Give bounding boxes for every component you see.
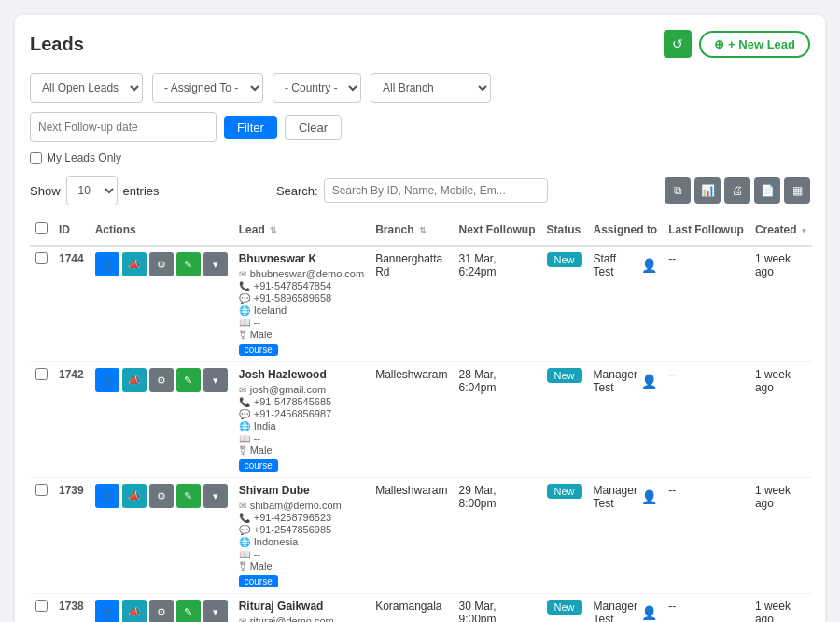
table-row: 1744 👤 📣 ⚙ ✎ ▾ Bhuvneswar K ✉bhubneswar@… xyxy=(30,246,812,362)
pdf-icon-button[interactable]: 📄 xyxy=(754,177,780,204)
columns-icon-button[interactable]: ▦ xyxy=(784,177,810,204)
filters-row-2: Filter Clear xyxy=(30,112,810,142)
filter-button[interactable]: Filter xyxy=(224,116,277,139)
more-button[interactable]: ▾ xyxy=(203,368,228,392)
row-assigned: Manager Test 👤 xyxy=(588,362,664,478)
col-lead[interactable]: Lead ⇅ xyxy=(233,215,370,246)
row-created: 1 week ago xyxy=(749,362,812,478)
row-actions: 👤 📣 ⚙ ✎ ▾ xyxy=(90,594,233,623)
globe-icon: 🌐 xyxy=(239,537,250,547)
row-checkbox[interactable] xyxy=(35,252,48,264)
edit-button[interactable]: ✎ xyxy=(176,484,201,508)
country-select[interactable]: - Country - India Iceland Indonesia xyxy=(273,73,361,103)
row-id: 1744 xyxy=(53,246,90,362)
settings-button[interactable]: ⚙ xyxy=(149,484,174,508)
row-checkbox[interactable] xyxy=(35,484,48,496)
table-row: 1742 👤 📣 ⚙ ✎ ▾ Josh Hazlewood ✉josh@gmai… xyxy=(30,362,812,478)
search-input[interactable] xyxy=(324,178,548,203)
my-leads-checkbox-label[interactable]: My Leads Only xyxy=(30,151,810,164)
status-badge: New xyxy=(547,252,582,267)
page-title: Leads xyxy=(30,34,84,55)
status-badge: New xyxy=(547,600,582,615)
row-created: 1 week ago xyxy=(749,246,812,362)
col-id: ID xyxy=(53,215,90,246)
row-last-followup: -- xyxy=(663,594,749,623)
book-icon: 📖 xyxy=(239,549,250,559)
phone-icon: 📞 xyxy=(239,513,250,523)
row-id: 1739 xyxy=(53,478,90,594)
notify-button[interactable]: 📣 xyxy=(122,368,147,392)
notify-button[interactable]: 📣 xyxy=(122,600,147,622)
new-lead-button[interactable]: ⊕ + New Lead xyxy=(699,31,810,58)
assign-user-button[interactable]: 👤 xyxy=(95,484,119,508)
row-actions: 👤 📣 ⚙ ✎ ▾ xyxy=(90,478,233,594)
row-status: New xyxy=(541,362,588,478)
book-icon: 📖 xyxy=(239,433,250,444)
select-all-checkbox[interactable] xyxy=(35,222,48,234)
assign-user-button[interactable]: 👤 xyxy=(95,252,119,276)
globe-icon: 🌐 xyxy=(239,305,250,316)
notify-button[interactable]: 📣 xyxy=(122,484,147,508)
assigned-to-select[interactable]: - Assigned To - xyxy=(152,73,263,103)
branch-select[interactable]: All Branch Bannerghatta Rd Malleshwaram … xyxy=(371,73,491,103)
show-entries-select[interactable]: 10 25 50 xyxy=(66,176,118,205)
row-branch: Malleshwaram xyxy=(370,362,453,478)
print-icon-button[interactable]: 🖨 xyxy=(724,177,750,204)
row-status: New xyxy=(541,594,588,623)
status-badge: New xyxy=(547,484,582,499)
row-id: 1742 xyxy=(53,362,90,478)
plus-icon: ⊕ xyxy=(714,37,724,51)
whatsapp-icon: 💬 xyxy=(239,409,250,419)
assigned-user-icon: 👤 xyxy=(641,374,657,389)
settings-button[interactable]: ⚙ xyxy=(149,368,174,392)
course-badge: course xyxy=(239,459,278,472)
table-controls: Show 10 25 50 entries Search: ⧉ 📊 🖨 📄 ▦ xyxy=(30,176,810,205)
notify-button[interactable]: 📣 xyxy=(122,252,147,276)
email-icon: ✉ xyxy=(239,616,246,623)
leads-filter-select[interactable]: All Open Leads All Leads Closed Leads xyxy=(30,73,143,103)
more-button[interactable]: ▾ xyxy=(203,600,228,622)
date-input[interactable] xyxy=(30,112,217,142)
lead-name: Bhuvneswar K xyxy=(239,252,364,265)
show-entries: Show 10 25 50 entries xyxy=(30,176,160,205)
col-last-followup: Last Followup xyxy=(663,215,749,246)
row-checkbox[interactable] xyxy=(35,368,48,380)
row-branch: Bannerghatta Rd xyxy=(370,246,453,362)
row-assigned: Manager Test 👤 xyxy=(588,594,664,623)
row-checkbox[interactable] xyxy=(35,600,48,612)
whatsapp-icon: 💬 xyxy=(239,293,250,304)
excel-icon-button[interactable]: 📊 xyxy=(694,177,721,204)
my-leads-checkbox[interactable] xyxy=(30,152,42,164)
edit-button[interactable]: ✎ xyxy=(176,252,201,276)
row-created: 1 week ago xyxy=(749,478,812,594)
row-last-followup: -- xyxy=(663,362,749,478)
col-actions: Actions xyxy=(90,215,233,246)
status-badge: New xyxy=(547,368,582,383)
globe-icon: 🌐 xyxy=(239,421,250,431)
assign-user-button[interactable]: 👤 xyxy=(95,600,119,622)
email-icon: ✉ xyxy=(239,269,246,279)
table-row: 1738 👤 📣 ⚙ ✎ ▾ Rituraj Gaikwad ✉rituraj@… xyxy=(30,594,812,623)
row-actions: 👤 📣 ⚙ ✎ ▾ xyxy=(90,246,233,362)
copy-icon-button[interactable]: ⧉ xyxy=(665,177,691,204)
refresh-button[interactable]: ↺ xyxy=(664,30,692,58)
row-lead: Rituraj Gaikwad ✉rituraj@demo.com 📞+91-4… xyxy=(233,594,370,623)
col-assigned: Assigned to xyxy=(588,215,664,246)
clear-button[interactable]: Clear xyxy=(285,115,342,140)
col-created[interactable]: Created ▾ xyxy=(749,215,812,246)
phone-icon: 📞 xyxy=(239,397,250,407)
settings-button[interactable]: ⚙ xyxy=(149,600,174,622)
row-assigned: Staff Test 👤 xyxy=(588,246,664,362)
gender-icon: ⚧ xyxy=(239,445,246,456)
edit-button[interactable]: ✎ xyxy=(176,600,201,622)
more-button[interactable]: ▾ xyxy=(203,252,228,276)
row-actions: 👤 📣 ⚙ ✎ ▾ xyxy=(90,362,233,478)
settings-button[interactable]: ⚙ xyxy=(149,252,174,276)
col-branch[interactable]: Branch ⇅ xyxy=(370,215,453,246)
row-next-followup: 31 Mar, 6:24pm xyxy=(454,246,541,362)
edit-button[interactable]: ✎ xyxy=(176,368,201,392)
more-button[interactable]: ▾ xyxy=(203,484,228,508)
assign-user-button[interactable]: 👤 xyxy=(95,368,119,392)
lead-name: Shivam Dube xyxy=(239,484,364,497)
row-status: New xyxy=(541,478,588,594)
